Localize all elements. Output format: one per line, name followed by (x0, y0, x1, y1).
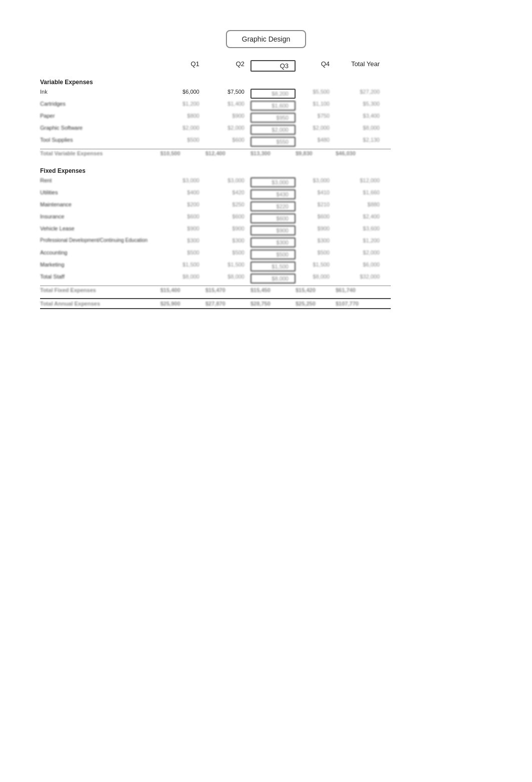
cell-mkt-q4[interactable]: $1,500 (296, 262, 336, 272)
cell-rent-total[interactable]: $12,000 (336, 177, 386, 187)
cell-util-q4[interactable]: $410 (296, 189, 336, 199)
cell-pd-q2[interactable]: $300 (205, 237, 250, 247)
cell-ink-total[interactable]: $27,200 (336, 89, 386, 99)
cell-util-q2[interactable]: $420 (205, 189, 250, 199)
cell-ins-q1[interactable]: $600 (160, 213, 205, 223)
col-header-q4: Q4 (296, 60, 336, 72)
cell-rent-q2[interactable]: $3,000 (205, 177, 250, 187)
table-row: Total Staff $8,000 $8,000 $8,000 $8,000 … (40, 273, 391, 285)
grand-total-q2: $27,870 (205, 301, 250, 307)
subtotal-fix-q3: $15,450 (250, 287, 296, 293)
grand-total-total: $107,770 (336, 301, 386, 307)
cell-ink-q1[interactable]: $6,000 (160, 89, 205, 99)
cell-tools-q3[interactable]: $550 (250, 137, 296, 147)
table-row: Insurance $600 $600 $600 $600 $2,400 (40, 212, 391, 224)
cell-acct-q2[interactable]: $500 (205, 249, 250, 259)
cell-ins-total[interactable]: $2,400 (336, 213, 386, 223)
cell-tools-q4[interactable]: $480 (296, 137, 336, 147)
cell-pd-q4[interactable]: $300 (296, 237, 336, 247)
cell-paper-total[interactable]: $3,400 (336, 113, 386, 123)
cell-maint-total[interactable]: $880 (336, 201, 386, 211)
cell-maint-q3[interactable]: $220 (250, 201, 296, 211)
subtotal-fix-q4: $15,420 (296, 287, 336, 293)
grand-total-q1: $25,900 (160, 301, 205, 307)
cell-staff-q3[interactable]: $8,000 (250, 274, 296, 284)
cell-cart-total[interactable]: $5,300 (336, 101, 386, 111)
cell-util-total[interactable]: $1,660 (336, 189, 386, 199)
section-fixed-header: Fixed Expenses (40, 166, 391, 175)
subtotal-fixed-row: Total Fixed Expenses $15,400 $15,470 $15… (40, 286, 391, 294)
table-row: Professional Development/Continuing Educ… (40, 236, 391, 248)
table-row: Maintenance $200 $250 $220 $210 $880 (40, 200, 391, 212)
cell-paper-q1[interactable]: $800 (160, 113, 205, 123)
col-header-q2: Q2 (205, 60, 250, 72)
cell-mkt-q1[interactable]: $1,500 (160, 262, 205, 272)
cell-sw-q1[interactable]: $2,000 (160, 125, 205, 135)
cell-paper-q4[interactable]: $750 (296, 113, 336, 123)
cell-ink-q3[interactable]: $8,200 (250, 89, 296, 99)
cell-ins-q2[interactable]: $600 (205, 213, 250, 223)
cell-staff-q1[interactable]: $8,000 (160, 274, 205, 284)
cell-veh-q2[interactable]: $900 (205, 225, 250, 235)
cell-ink-q2[interactable]: $7,500 (205, 89, 250, 99)
row-label-tools: Tool Supplies (40, 137, 160, 147)
cell-util-q3[interactable]: $430 (250, 189, 296, 199)
cell-ink-q4[interactable]: $5,500 (296, 89, 336, 99)
spreadsheet: Q1 Q2 Q3 Q4 Total Year Variable Expenses… (40, 58, 391, 309)
cell-cart-q2[interactable]: $1,400 (205, 101, 250, 111)
cell-maint-q1[interactable]: $200 (160, 201, 205, 211)
cell-sw-total[interactable]: $8,000 (336, 125, 386, 135)
cell-maint-q2[interactable]: $250 (205, 201, 250, 211)
cell-tools-q1[interactable]: $500 (160, 137, 205, 147)
cell-ins-q4[interactable]: $600 (296, 213, 336, 223)
cell-veh-total[interactable]: $3,600 (336, 225, 386, 235)
cell-util-q1[interactable]: $400 (160, 189, 205, 199)
subtotal-var-q4: $9,830 (296, 150, 336, 156)
cell-sw-q2[interactable]: $2,000 (205, 125, 250, 135)
cell-cart-q3[interactable]: $1,600 (250, 101, 296, 111)
row-label-ink: Ink (40, 89, 160, 99)
subtotal-var-q2: $12,400 (205, 150, 250, 156)
row-label-accounting: Accounting (40, 249, 160, 259)
cell-rent-q3[interactable]: $3,000 (250, 177, 296, 187)
cell-tools-total[interactable]: $2,130 (336, 137, 386, 147)
cell-pd-total[interactable]: $1,200 (336, 237, 386, 247)
subtotal-var-q3: $13,300 (250, 150, 296, 156)
cell-acct-total[interactable]: $2,000 (336, 249, 386, 259)
cell-mkt-q2[interactable]: $1,500 (205, 262, 250, 272)
table-row: Rent $3,000 $3,000 $3,000 $3,000 $12,000 (40, 176, 391, 188)
cell-pd-q1[interactable]: $300 (160, 237, 205, 247)
subtotal-fix-q1: $15,400 (160, 287, 205, 293)
col-header-total: Total Year (336, 60, 386, 72)
cell-acct-q1[interactable]: $500 (160, 249, 205, 259)
grand-total-label: Total Annual Expenses (40, 301, 160, 307)
cell-veh-q3[interactable]: $900 (250, 225, 296, 235)
cell-sw-q3[interactable]: $2,000 (250, 125, 296, 135)
cell-rent-q4[interactable]: $3,000 (296, 177, 336, 187)
cell-ins-q3[interactable]: $600 (250, 213, 296, 223)
header-row: Q1 Q2 Q3 Q4 Total Year (40, 58, 391, 74)
cell-veh-q1[interactable]: $900 (160, 225, 205, 235)
cell-cart-q1[interactable]: $1,200 (160, 101, 205, 111)
cell-tools-q2[interactable]: $600 (205, 137, 250, 147)
cell-mkt-q3[interactable]: $1,500 (250, 262, 296, 272)
cell-paper-q2[interactable]: $900 (205, 113, 250, 123)
cell-paper-q3[interactable]: $950 (250, 113, 296, 123)
cell-staff-q2[interactable]: $8,000 (205, 274, 250, 284)
cell-maint-q4[interactable]: $210 (296, 201, 336, 211)
page-container: Graphic Design Q1 Q2 Q3 Q4 Total Year Va… (0, 0, 532, 339)
row-label-utilities: Utilities (40, 189, 160, 199)
cell-veh-q4[interactable]: $900 (296, 225, 336, 235)
cell-acct-q3[interactable]: $500 (250, 249, 296, 259)
table-row: Vehicle Lease $900 $900 $900 $900 $3,600 (40, 224, 391, 236)
row-label-marketing: Marketing (40, 262, 160, 272)
cell-staff-q4[interactable]: $8,000 (296, 274, 336, 284)
table-row: Tool Supplies $500 $600 $550 $480 $2,130 (40, 136, 391, 148)
cell-sw-q4[interactable]: $2,000 (296, 125, 336, 135)
cell-cart-q4[interactable]: $1,100 (296, 101, 336, 111)
cell-pd-q3[interactable]: $300 (250, 237, 296, 247)
cell-staff-total[interactable]: $32,000 (336, 274, 386, 284)
cell-rent-q1[interactable]: $3,000 (160, 177, 205, 187)
cell-acct-q4[interactable]: $500 (296, 249, 336, 259)
cell-mkt-total[interactable]: $6,000 (336, 262, 386, 272)
